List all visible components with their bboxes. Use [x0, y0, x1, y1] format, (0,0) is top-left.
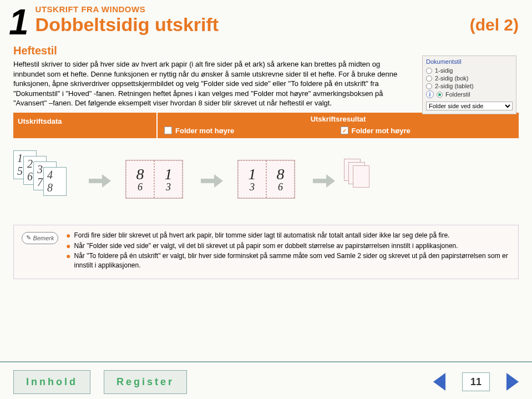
checkbox-label: Folder mot høyre — [175, 127, 234, 135]
folder-select[interactable]: Folder side ved side — [426, 102, 513, 110]
note-text: Når "To foldere på én utskrift" er valgt… — [74, 251, 510, 269]
radio-label: 1-sidig — [435, 67, 453, 74]
section-number: 1 — [9, 4, 29, 40]
notes-list: ●Fordi fire sider blir skrevet ut på hve… — [66, 231, 510, 271]
result-table: Utskriftsdata Utskriftsresultat Folder m… — [13, 113, 519, 138]
th-utskriftsdata: Utskriftsdata — [13, 113, 158, 138]
page-num: 7 — [37, 176, 43, 189]
page-num: 4 — [47, 169, 53, 181]
note-item: ●Når "Folder side ved side" er valgt, vi… — [66, 241, 510, 251]
page-title: Dobbeltsidig utskrift — [36, 14, 470, 36]
body-paragraph: Heftestil skriver to sider på hver side … — [13, 59, 407, 108]
page-stack: 15 26 37 48 — [13, 150, 80, 211]
radio-label: Folderstil — [445, 91, 470, 98]
page-num: 5 — [17, 165, 23, 178]
note-item: ●Fordi fire sider blir skrevet ut på hve… — [66, 231, 510, 240]
footer-divider — [0, 361, 532, 362]
page-num: 8 — [277, 166, 285, 182]
radio-folderstil[interactable]: iFolderstil — [426, 90, 513, 98]
page-num: 3 — [166, 182, 171, 192]
page-num: 3 — [250, 182, 255, 192]
arrow-icon — [201, 174, 223, 188]
page-num: 1 — [17, 152, 23, 165]
page-num: 1 — [249, 166, 256, 182]
bemerk-label: Bemerk — [33, 235, 54, 241]
arrow-icon — [313, 174, 335, 188]
page-number: 11 — [462, 372, 490, 391]
page-num: 6 — [138, 182, 143, 192]
panel-title: Dokumentstil — [426, 58, 513, 65]
part-label: (del 2) — [470, 16, 519, 34]
page-num: 6 — [278, 182, 283, 192]
kicker: UTSKRIFT FRA WINDOWS — [36, 4, 470, 14]
contents-button[interactable]: Innhold — [13, 370, 90, 394]
page-num: 6 — [27, 170, 33, 183]
checkbox-label: Folder mot høyre — [352, 127, 411, 135]
checkbox-checked-cell: ✓ Folder mot høyre — [338, 125, 515, 136]
checkbox-checked-icon: ✓ — [341, 127, 348, 134]
note-text: Når "Folder side ved side" er valgt, vil… — [74, 241, 458, 251]
diagram-row: 15 26 37 48 86 13 13 86 — [0, 142, 532, 220]
radio-1sidig[interactable]: 1-sidig — [426, 67, 513, 74]
checkbox-unchecked-cell: Folder mot høyre — [162, 125, 338, 136]
booklet-left: 86 13 — [120, 153, 192, 209]
radio-2sidig-tablet[interactable]: 2-sidig (tablet) — [426, 83, 513, 89]
page-num: 8 — [136, 166, 144, 182]
arrow-icon — [89, 174, 111, 188]
index-button[interactable]: Register — [104, 370, 187, 394]
th-utskriftsresultat: Utskriftsresultat — [162, 115, 514, 123]
page-num: 3 — [37, 163, 43, 176]
document-style-panel: Dokumentstil 1-sidig 2-sidig (bok) 2-sid… — [422, 55, 516, 114]
note-text: Fordi fire sider blir skrevet ut på hver… — [74, 231, 449, 240]
info-icon: i — [426, 90, 434, 98]
bemerk-badge: ✎ Bemerk — [22, 232, 58, 244]
notes-box: ✎ Bemerk ●Fordi fire sider blir skrevet … — [13, 225, 519, 279]
note-item: ●Når "To foldere på én utskrift" er valg… — [66, 251, 510, 269]
radio-label: 2-sidig (bok) — [435, 75, 469, 82]
prev-page-button[interactable] — [433, 373, 445, 391]
next-page-button[interactable] — [506, 373, 519, 391]
radio-2sidig-bok[interactable]: 2-sidig (bok) — [426, 75, 513, 82]
page-num: 1 — [165, 166, 173, 182]
booklet-right: 13 86 — [232, 153, 304, 209]
radio-label: 2-sidig (tablet) — [435, 83, 474, 89]
pencil-icon: ✎ — [26, 234, 31, 241]
page-num: 2 — [27, 158, 33, 170]
checkbox-icon — [164, 127, 172, 134]
page-num: 8 — [47, 181, 53, 194]
output-stack — [344, 159, 377, 203]
footer: Innhold Register 11 — [0, 365, 532, 399]
